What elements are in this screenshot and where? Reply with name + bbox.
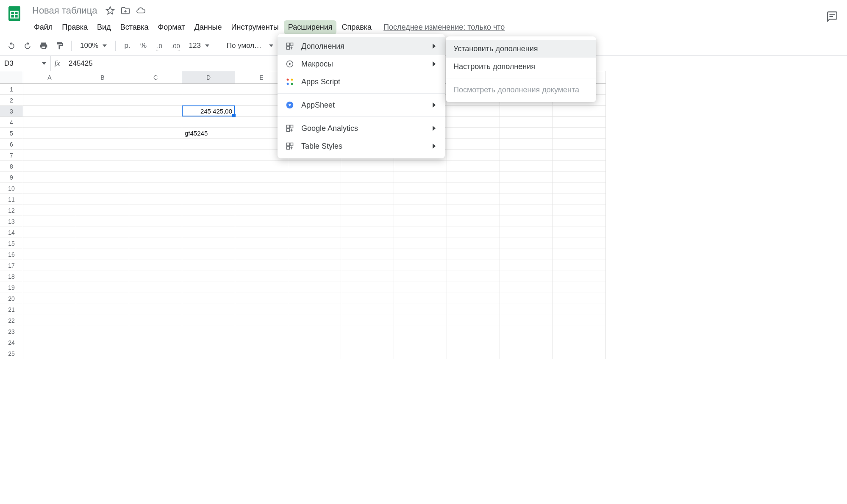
cell[interactable] [129, 139, 182, 150]
menu-file[interactable]: Файл [30, 20, 57, 34]
cell[interactable] [447, 161, 500, 172]
cell[interactable] [500, 117, 553, 128]
menu-format[interactable]: Формат [154, 20, 189, 34]
cell[interactable] [500, 205, 553, 216]
cell[interactable] [235, 216, 288, 227]
cell[interactable] [129, 84, 182, 95]
row-header[interactable]: 11 [0, 194, 23, 205]
cell[interactable] [553, 315, 606, 326]
cell[interactable] [288, 348, 341, 359]
cell[interactable] [23, 271, 76, 282]
undo-button[interactable] [4, 39, 19, 53]
cell[interactable] [500, 238, 553, 249]
row-header[interactable]: 15 [0, 238, 23, 249]
cell[interactable] [182, 216, 235, 227]
menu-edit[interactable]: Правка [58, 20, 92, 34]
cell[interactable] [23, 183, 76, 194]
print-button[interactable] [36, 39, 51, 53]
cell[interactable] [341, 238, 394, 249]
cell[interactable] [341, 348, 394, 359]
cell[interactable] [500, 150, 553, 161]
cell[interactable] [235, 205, 288, 216]
cell[interactable] [235, 172, 288, 183]
cell[interactable] [447, 194, 500, 205]
cell[interactable] [341, 205, 394, 216]
cell[interactable] [235, 227, 288, 238]
currency-button[interactable]: р. [120, 39, 134, 53]
cell[interactable] [23, 150, 76, 161]
cell[interactable] [500, 227, 553, 238]
cell[interactable] [76, 205, 129, 216]
cloud-icon[interactable] [136, 6, 145, 15]
cell[interactable] [447, 227, 500, 238]
cell[interactable] [500, 216, 553, 227]
cell[interactable] [235, 326, 288, 337]
cell[interactable] [394, 326, 447, 337]
cell[interactable] [76, 304, 129, 315]
cell[interactable] [500, 128, 553, 139]
row-header[interactable]: 10 [0, 183, 23, 194]
cell[interactable] [235, 293, 288, 304]
cell[interactable] [129, 337, 182, 348]
cell[interactable] [553, 282, 606, 293]
cell[interactable] [76, 117, 129, 128]
cell[interactable] [235, 348, 288, 359]
cell[interactable] [447, 172, 500, 183]
cell[interactable] [553, 205, 606, 216]
cell[interactable] [341, 260, 394, 271]
cell[interactable] [76, 271, 129, 282]
cell[interactable] [288, 238, 341, 249]
col-header[interactable]: C [129, 71, 182, 84]
cell[interactable] [500, 293, 553, 304]
cell[interactable] [76, 194, 129, 205]
row-header[interactable]: 14 [0, 227, 23, 238]
cell[interactable] [23, 161, 76, 172]
cell[interactable] [447, 106, 500, 117]
cell[interactable] [500, 106, 553, 117]
cell[interactable] [182, 161, 235, 172]
menu-appsheet[interactable]: AppSheet [278, 96, 445, 114]
cell[interactable] [182, 84, 235, 95]
cell[interactable] [182, 205, 235, 216]
cell[interactable] [23, 172, 76, 183]
row-header[interactable]: 24 [0, 337, 23, 348]
cell[interactable] [129, 150, 182, 161]
cell[interactable] [553, 139, 606, 150]
cell[interactable] [129, 183, 182, 194]
cell[interactable] [76, 238, 129, 249]
cell[interactable] [76, 227, 129, 238]
cell[interactable] [235, 315, 288, 326]
cell[interactable] [76, 150, 129, 161]
cell[interactable] [394, 260, 447, 271]
cell[interactable] [341, 161, 394, 172]
cell[interactable] [235, 194, 288, 205]
cell[interactable] [129, 205, 182, 216]
cell[interactable] [129, 348, 182, 359]
cell[interactable] [235, 238, 288, 249]
cell[interactable] [553, 260, 606, 271]
cell[interactable] [23, 293, 76, 304]
cell[interactable] [129, 117, 182, 128]
cell[interactable] [76, 161, 129, 172]
cell[interactable] [447, 348, 500, 359]
cell[interactable] [394, 205, 447, 216]
row-header[interactable]: 21 [0, 304, 23, 315]
row-header[interactable]: 13 [0, 216, 23, 227]
cell[interactable] [23, 106, 76, 117]
cell[interactable] [288, 293, 341, 304]
cell[interactable] [500, 304, 553, 315]
cell[interactable] [341, 326, 394, 337]
cell[interactable] [23, 194, 76, 205]
cell[interactable] [76, 348, 129, 359]
cell[interactable] [76, 95, 129, 106]
cell[interactable] [23, 249, 76, 260]
cell[interactable] [129, 106, 182, 117]
menu-data[interactable]: Данные [190, 20, 226, 34]
cell[interactable] [394, 249, 447, 260]
menu-table-styles[interactable]: Table Styles [278, 137, 445, 155]
cell[interactable] [394, 315, 447, 326]
doc-title[interactable]: Новая таблица [30, 4, 100, 17]
row-header[interactable]: 19 [0, 282, 23, 293]
cell[interactable] [500, 139, 553, 150]
cell[interactable] [447, 205, 500, 216]
